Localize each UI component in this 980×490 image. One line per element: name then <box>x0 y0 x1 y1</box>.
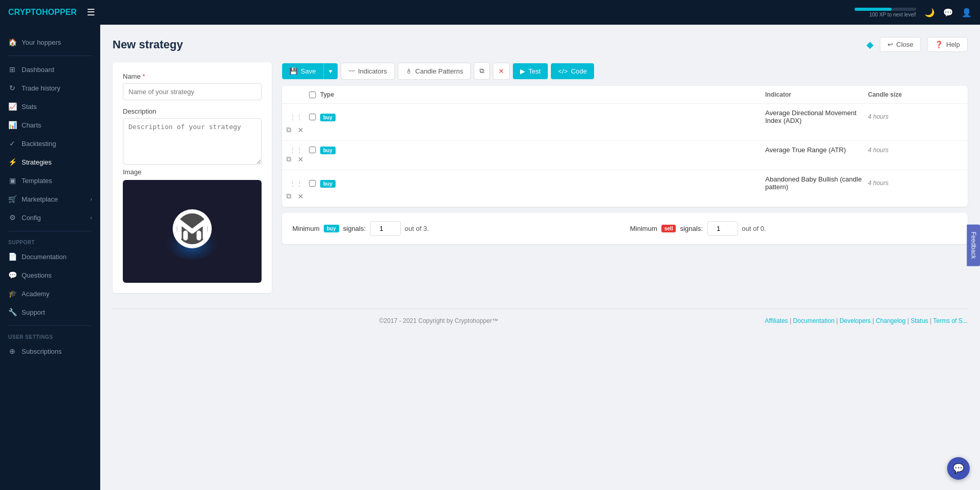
hamburger-icon[interactable]: ☰ <box>87 7 95 18</box>
image-label: Image <box>123 168 262 176</box>
col-type: Type <box>320 91 765 98</box>
sidebar-item-marketplace[interactable]: 🛒 Marketplace › <box>0 190 100 208</box>
topbar: CRYPTOHOPPER ☰ 100 XP to next level! 🌙 💬… <box>0 0 980 25</box>
diamond-icon: ◆ <box>866 39 874 50</box>
user-settings-section-label: USER SETTINGS <box>0 330 100 342</box>
config-icon: ⚙ <box>8 213 16 222</box>
duplicate-button-1[interactable]: ⧉ <box>285 124 292 135</box>
page-actions: ◆ ↩ Close ❓ Help <box>866 37 968 52</box>
delete-button[interactable]: ✕ <box>493 63 510 80</box>
sidebar-item-questions[interactable]: 💬 Questions <box>0 266 100 284</box>
xp-label: 100 XP to next level! <box>869 12 916 17</box>
indicators-button[interactable]: 〰 Indicators <box>341 63 395 80</box>
indicators-icon: 〰 <box>348 67 355 75</box>
row-checkbox-1[interactable] <box>305 114 320 120</box>
drag-handle-icon[interactable]: ⋮⋮ <box>289 179 305 187</box>
sidebar-item-subscriptions[interactable]: ⊕ Subscriptions <box>0 342 100 360</box>
sidebar-item-config[interactable]: ⚙ Config › <box>0 208 100 227</box>
page-header: New strategy ◆ ↩ Close ❓ Help <box>113 37 968 52</box>
test-icon: ▶ <box>520 67 525 75</box>
support-section-label: SUPPORT <box>0 235 100 247</box>
sidebar-item-strategies[interactable]: ⚡ Strategies <box>0 153 100 171</box>
sidebar-item-label: Marketplace <box>22 195 58 203</box>
indicator-name-2: Average True Range (ATR) <box>765 146 868 154</box>
row-checkbox-2[interactable] <box>305 147 320 153</box>
config-arrow-icon: › <box>90 215 92 221</box>
row-checkbox-3[interactable] <box>305 180 320 187</box>
type-badge-1: buy <box>320 113 765 121</box>
strategies-icon: ⚡ <box>8 158 16 166</box>
sidebar-item-label: Dashboard <box>22 66 54 74</box>
sell-signals-text: signals: <box>680 225 702 232</box>
footer-link-affiliates[interactable]: Affiliates <box>765 317 788 324</box>
sidebar-item-your-hoppers[interactable]: 🏠 Your hoppers <box>0 33 100 51</box>
code-button[interactable]: </> Code <box>551 63 594 79</box>
sidebar-item-label: Your hoppers <box>22 39 61 46</box>
test-button[interactable]: ▶ Test <box>513 63 548 79</box>
sell-signals-input[interactable] <box>707 221 738 236</box>
sidebar-item-documentation[interactable]: 📄 Documentation <box>0 247 100 266</box>
select-all-checkbox[interactable] <box>305 92 320 98</box>
content-area: Name * Description Image <box>113 62 968 293</box>
theme-icon[interactable]: 🌙 <box>924 8 935 17</box>
feedback-tab[interactable]: Feedback <box>967 224 980 266</box>
duplicate-button-2[interactable]: ⧉ <box>285 154 292 165</box>
indicators-table: Type Indicator Candle size ⋮⋮ buy Averag… <box>282 86 968 207</box>
sidebar-item-trade-history[interactable]: ↻ Trade history <box>0 79 100 97</box>
sidebar-item-label: Subscriptions <box>22 348 62 355</box>
questions-icon: 💬 <box>8 271 16 279</box>
save-button[interactable]: 💾 Save <box>282 63 323 79</box>
buy-signals-text: signals: <box>343 225 366 232</box>
footer-link-documentation[interactable]: Documentation <box>793 317 835 324</box>
remove-button-2[interactable]: ✕ <box>297 154 305 165</box>
buy-signals-input[interactable] <box>370 221 401 236</box>
save-dropdown-button[interactable]: ▾ <box>323 63 338 79</box>
footer-link-changelog[interactable]: Changelog <box>876 317 905 324</box>
help-button[interactable]: ❓ Help <box>927 37 968 52</box>
footer-link-status[interactable]: Status <box>911 317 928 324</box>
user-icon[interactable]: 👤 <box>961 8 972 17</box>
drag-handle-icon[interactable]: ⋮⋮ <box>289 113 305 121</box>
trade-history-icon: ↻ <box>8 84 16 92</box>
save-button-group: 💾 Save ▾ <box>282 63 338 79</box>
duplicate-button-3[interactable]: ⧉ <box>285 191 292 202</box>
sidebar-item-stats[interactable]: 📈 Stats <box>0 97 100 116</box>
sidebar-item-label: Charts <box>22 121 41 129</box>
col-indicator: Indicator <box>765 91 868 98</box>
drag-handle-icon[interactable]: ⋮⋮ <box>289 146 305 154</box>
sidebar-item-templates[interactable]: ▣ Templates <box>0 171 100 190</box>
row-actions-3: ℹ ⚙ ⧉ ✕ <box>289 191 305 202</box>
sidebar-item-backtesting[interactable]: ✓ Backtesting <box>0 134 100 153</box>
candle-patterns-button[interactable]: 🕯 Candle Patterns <box>398 63 471 80</box>
description-textarea[interactable] <box>123 118 262 165</box>
monero-logo-svg <box>164 203 220 260</box>
indicator-name-1: Average Directional Movement Index (ADX) <box>765 109 868 124</box>
candle-size-3: 4 hours <box>868 179 960 187</box>
sidebar-item-academy[interactable]: 🎓 Academy <box>0 284 100 303</box>
copy-button[interactable]: ⧉ <box>474 62 490 80</box>
buy-out-of: out of 3. <box>405 225 429 232</box>
type-badge-2: buy <box>320 146 765 154</box>
remove-button-1[interactable]: ✕ <box>297 125 305 135</box>
main-content: New strategy ◆ ↩ Close ❓ Help Name * <box>100 25 980 490</box>
sidebar-item-charts[interactable]: 📊 Charts <box>0 116 100 134</box>
sidebar-item-label: Stats <box>22 103 37 111</box>
code-icon: </> <box>558 67 568 75</box>
sidebar-item-support[interactable]: 🔧 Support <box>0 303 100 321</box>
sidebar-item-dashboard[interactable]: ⊞ Dashboard <box>0 60 100 79</box>
footer-link-developers[interactable]: Developers <box>840 317 871 324</box>
indicator-name-3: Abandoned Baby Bullish (candle pattern) <box>765 175 868 191</box>
chat-icon: 💬 <box>953 463 964 474</box>
name-input[interactable] <box>123 83 262 100</box>
logo-text: CRYPTOHOPPER <box>8 8 77 17</box>
sidebar-divider-3 <box>8 325 92 326</box>
chat-bubble[interactable]: 💬 <box>947 457 970 480</box>
description-field-label: Description <box>123 107 262 115</box>
subscriptions-icon: ⊕ <box>8 347 16 355</box>
footer-links: Affiliates | Documentation | Developers … <box>765 317 968 324</box>
notifications-icon[interactable]: 💬 <box>943 8 953 17</box>
footer-link-terms[interactable]: Terms of S... <box>933 317 968 324</box>
sell-out-of: out of 0. <box>742 225 766 232</box>
close-button[interactable]: ↩ Close <box>880 37 921 52</box>
remove-button-3[interactable]: ✕ <box>297 191 305 202</box>
